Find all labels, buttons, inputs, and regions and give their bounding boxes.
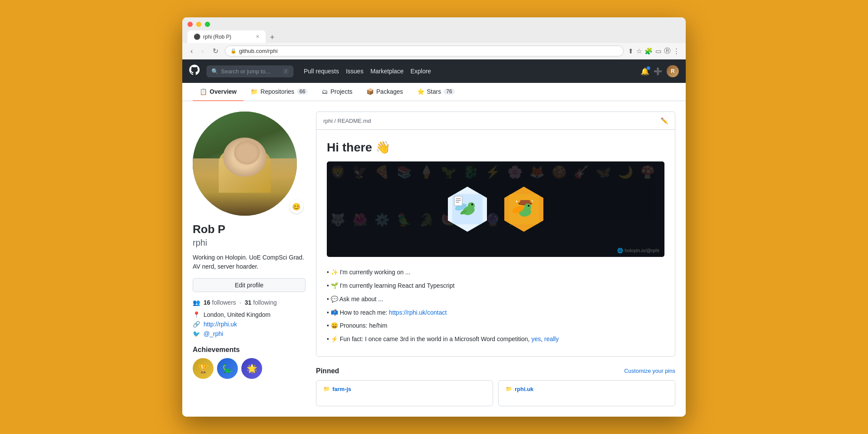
holopin-banner: 🦁🦅🍕 📚🍦🦖 🐉⚡🌸 🦊🍪🎸 🦋🌙🍄 🐺🌺⚙️ 🦜🐊🍉 🦄🔮🌿	[327, 161, 664, 257]
url-bar[interactable]: 🔒 github.com/rphi	[225, 46, 624, 56]
address-actions: ⬆ ☆ 🧩 ▭ Ⓡ ⋮	[628, 47, 680, 55]
minimize-window-btn[interactable]	[196, 22, 201, 27]
followers-count[interactable]: 16	[204, 299, 210, 306]
readme-body: Hi there 👋 🦁🦅🍕 📚🍦🦖 🐉⚡🌸 🦊🍪🎸 🦋🌙🍄 �	[316, 130, 675, 356]
svg-point-14	[524, 204, 531, 210]
profile-content: rphi / README.md ✏️ Hi there 👋 🦁🦅🍕 📚🍦🦖 🐉…	[316, 112, 675, 406]
share-icon[interactable]: ⬆	[628, 47, 634, 55]
svg-text:✦: ✦	[531, 200, 533, 202]
yes-link[interactable]: yes	[531, 335, 541, 342]
svg-rect-8	[456, 200, 461, 201]
badge-container: ✦ ✦	[446, 185, 546, 233]
edit-profile-btn[interactable]: Edit profile	[193, 278, 306, 292]
back-btn[interactable]: ‹	[188, 46, 195, 56]
close-window-btn[interactable]	[187, 22, 193, 27]
overview-icon: 📋	[200, 88, 207, 95]
readme-item-3: • 💬 Ask me about ...	[327, 293, 664, 306]
avatar-emoji-btn[interactable]: 😊	[289, 200, 303, 214]
new-tab-btn[interactable]: +	[266, 32, 278, 43]
link-icon: 🔗	[193, 321, 200, 328]
contact-link[interactable]: https://rphi.uk/contact	[389, 309, 447, 316]
profile-bio: Working on Holopin. UoE CompSci Grad. AV…	[193, 253, 306, 271]
svg-text:✦: ✦	[515, 200, 518, 204]
packages-icon: 📦	[366, 88, 374, 95]
achievements-title: Achievements	[193, 346, 306, 354]
twitter-link[interactable]: @_rphi	[204, 330, 223, 337]
tab-close-btn[interactable]: ✕	[256, 34, 260, 39]
profile-meta: 📍 London, United Kingdom 🔗 http://rphi.u…	[193, 311, 306, 337]
tab-favicon: ⚫	[194, 33, 201, 40]
readme-edit-btn[interactable]: ✏️	[661, 117, 668, 124]
bookmark-icon[interactable]: ☆	[636, 47, 642, 55]
nav-explore[interactable]: Explore	[411, 68, 431, 75]
pinned-card-1[interactable]: 📁 farm-js	[316, 380, 493, 406]
address-bar: ‹ › ↻ 🔒 github.com/rphi ⬆ ☆ 🧩 ▭ Ⓡ ⋮	[182, 43, 686, 59]
github-search[interactable]: 🔍 Search or jump to... /	[207, 66, 293, 77]
profile-icon[interactable]: Ⓡ	[664, 47, 671, 55]
svg-rect-7	[456, 198, 461, 199]
pinned-card-2[interactable]: 📁 rphi.uk	[498, 380, 675, 406]
tab-stars[interactable]: ⭐ Stars 76	[410, 83, 462, 101]
maximize-window-btn[interactable]	[205, 22, 210, 27]
nav-issues[interactable]: Issues	[346, 68, 363, 75]
avatar	[193, 112, 297, 216]
refresh-btn[interactable]: ↻	[210, 46, 220, 56]
readme-item-2: • 🌱 I'm currently learning React and Typ…	[327, 279, 664, 293]
svg-point-5	[471, 204, 473, 205]
tab-projects[interactable]: 🗂 Projects	[315, 83, 359, 101]
profile-display-name: Rob P	[193, 223, 306, 236]
achievement-badge-1[interactable]: 🏆	[193, 358, 214, 379]
achievements-section: Achievements 🏆 🦕 🌟	[193, 346, 306, 379]
readme-card: rphi / README.md ✏️ Hi there 👋 🦁🦅🍕 📚🍦🦖 🐉…	[316, 112, 675, 357]
forward-btn[interactable]: ›	[199, 46, 206, 56]
website-link[interactable]: http://rphi.uk	[204, 321, 237, 328]
pinned-card-1-name: farm-js	[332, 386, 351, 392]
really-link[interactable]: really	[544, 335, 559, 342]
tab-bar: ⚫ rphi (Rob P) ✕ +	[187, 30, 681, 43]
menu-icon[interactable]: ⋮	[673, 47, 680, 55]
readme-item-6: • ⚡ Fun fact: I once came 3rd in the wor…	[327, 332, 664, 346]
hex-badge-blue[interactable]	[446, 185, 489, 233]
github-logo-icon[interactable]	[189, 65, 200, 78]
achievement-badge-3[interactable]: 🌟	[241, 358, 262, 379]
nav-marketplace[interactable]: Marketplace	[370, 68, 403, 75]
pinned-grid: 📁 farm-js 📁 rphi.uk	[316, 380, 675, 406]
tab-packages[interactable]: 📦 Packages	[359, 83, 410, 101]
user-avatar-btn[interactable]: R	[667, 65, 679, 77]
extensions-icon[interactable]: 🧩	[644, 47, 653, 55]
pinned-card-2-repo-icon: 📁	[506, 386, 512, 392]
svg-point-16	[528, 205, 529, 207]
achievement-badge-2[interactable]: 🦕	[217, 358, 238, 379]
hex-badge-orange[interactable]: ✦ ✦	[502, 185, 546, 233]
github-profile-page: 📋 Overview 📁 Repositories 66 🗂 Projects …	[182, 83, 686, 417]
readme-breadcrumb: rphi / README.md	[323, 118, 371, 124]
url-text: github.com/rphi	[239, 48, 278, 54]
profile-main: 😊 Rob P rphi Working on Holopin. UoE Com…	[182, 101, 686, 417]
github-navbar: 🔍 Search or jump to... / Pull requests I…	[182, 59, 686, 83]
tab-title: rphi (Rob P)	[203, 34, 231, 40]
tab-overview[interactable]: 📋 Overview	[193, 83, 243, 101]
notifications-btn[interactable]: 🔔	[641, 67, 649, 76]
followers-separator: ·	[240, 299, 241, 306]
svg-rect-9	[456, 202, 459, 203]
readme-item-1: • ✨ I'm currently working on ...	[327, 266, 664, 279]
new-repo-btn[interactable]: ➕	[654, 67, 662, 76]
github-nav-right: 🔔 ➕ R	[641, 65, 679, 77]
holopin-watermark: 🌐 holopin.io/@rphi	[617, 248, 659, 253]
following-count[interactable]: 31	[245, 299, 252, 306]
browser-titlebar: ⚫ rphi (Rob P) ✕ +	[182, 17, 686, 43]
projects-icon: 🗂	[322, 88, 328, 95]
pinned-card-2-name: rphi.uk	[515, 386, 533, 392]
browser-tab-active[interactable]: ⚫ rphi (Rob P) ✕	[187, 30, 266, 43]
tab-repositories[interactable]: 📁 Repositories 66	[243, 83, 315, 101]
avatar-container: 😊	[193, 112, 306, 216]
readme-header: rphi / README.md ✏️	[316, 112, 675, 130]
pinned-card-1-repo-icon: 📁	[323, 386, 330, 392]
sidebar-toggle-icon[interactable]: ▭	[655, 47, 661, 55]
pinned-title: Pinned	[316, 367, 339, 375]
achievements-list: 🏆 🦕 🌟	[193, 358, 306, 379]
profile-username: rphi	[193, 238, 306, 248]
nav-pull-requests[interactable]: Pull requests	[304, 68, 339, 75]
customize-pins-link[interactable]: Customize your pins	[624, 368, 675, 374]
lock-icon: 🔒	[230, 48, 237, 54]
